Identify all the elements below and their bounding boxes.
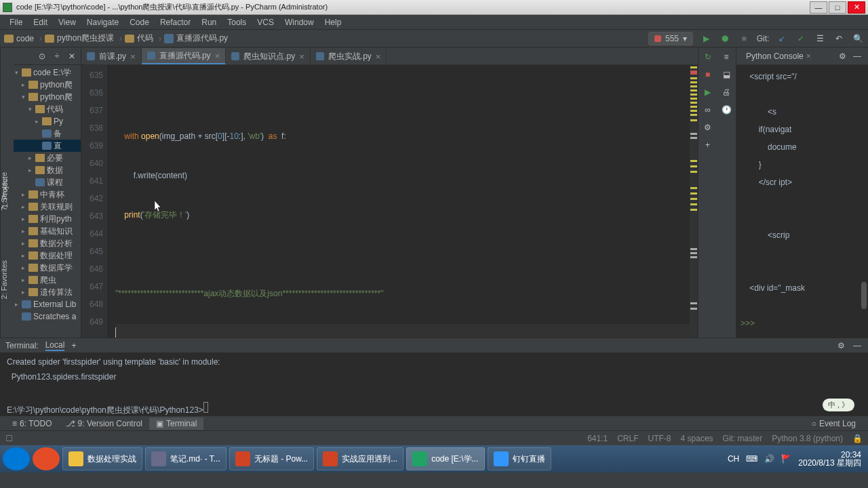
editor-tab[interactable]: 爬虫实战.py× — [311, 48, 387, 64]
git-branch[interactable]: Git: master — [723, 434, 763, 443]
status-icon[interactable]: ☐ — [5, 434, 13, 443]
tree-row[interactable]: ▸关联规则 — [14, 201, 81, 213]
event-log-tool-tab[interactable]: ○Event Log — [805, 418, 863, 430]
search-button[interactable]: 🔍 — [852, 33, 864, 45]
taskbar-item[interactable] — [33, 447, 60, 470]
tree-row[interactable]: ▸基础知识 — [14, 225, 81, 237]
tree-select-icon[interactable]: ⊙ — [37, 52, 47, 61]
add-terminal-button[interactable]: + — [71, 341, 76, 350]
hide-icon[interactable]: — — [852, 51, 863, 62]
tree-row[interactable]: ▾python爬 — [14, 91, 81, 103]
caret-position[interactable]: 641:1 — [587, 434, 608, 443]
editor-tab[interactable]: 直播源代码.py× — [142, 48, 226, 64]
link-icon[interactable]: ∞ — [703, 104, 713, 115]
minimize-button[interactable]: — — [810, 1, 827, 14]
tree-row[interactable]: ▸数据处理 — [14, 249, 81, 262]
resume-icon[interactable]: ▶ — [703, 87, 713, 98]
ime-indicator[interactable]: CH — [728, 454, 739, 464]
indent[interactable]: 4 spaces — [681, 434, 713, 443]
close-button[interactable]: ✕ — [848, 1, 865, 14]
breadcrumb-item[interactable]: python爬虫授课 — [45, 33, 114, 44]
menu-code[interactable]: Code — [124, 16, 155, 28]
todo-tool-tab[interactable]: ≡6: TODO — [5, 418, 59, 430]
taskbar-item[interactable] — [3, 447, 30, 470]
menu-help[interactable]: Help — [319, 16, 347, 28]
clock[interactable]: 20:34 2020/8/13 星期四 — [798, 451, 861, 467]
menu-view[interactable]: View — [53, 16, 81, 28]
system-tray[interactable]: CH ⌨ 🔊 🚩 20:34 2020/8/13 星期四 — [728, 451, 865, 467]
terminal-session-tab[interactable]: Local — [45, 340, 65, 351]
vcs-tool-tab[interactable]: ⎇9: Version Control — [59, 418, 149, 430]
terminal-body[interactable]: Created spider 'firstspider' using templ… — [0, 353, 868, 415]
add-icon[interactable]: + — [703, 140, 713, 150]
menu-vcs[interactable]: VCS — [252, 16, 279, 28]
tree-row[interactable]: ▾code E:\学 — [14, 66, 81, 79]
wrap-icon[interactable]: ≡ — [721, 52, 732, 62]
python-interpreter[interactable]: Python 3.8 (python) — [772, 434, 843, 443]
editor-error-stripe[interactable] — [690, 65, 698, 338]
scroll-icon[interactable]: ⬓ — [721, 69, 732, 80]
tree-row[interactable]: ▸Py — [14, 115, 81, 127]
close-icon[interactable]: × — [299, 52, 304, 62]
menu-window[interactable]: Window — [279, 16, 319, 28]
breadcrumb-item[interactable]: 直播源代码.py — [164, 33, 228, 44]
tree-collapse-icon[interactable]: ✕ — [67, 52, 77, 61]
menu-file[interactable]: File — [4, 16, 28, 28]
tree-row[interactable]: ▸python爬 — [14, 79, 81, 91]
tree-row[interactable]: ▸中青杯 — [14, 188, 81, 201]
project-tree[interactable]: ▾code E:\学▸python爬▾python爬▾代码▸Py备直▸必要▸数据… — [14, 65, 81, 324]
debug-button[interactable]: ⬢ — [719, 33, 731, 45]
gear-icon[interactable]: ⚙ — [837, 51, 848, 62]
tree-row[interactable]: ▸数据分析 — [14, 237, 81, 249]
terminal-tool-tab[interactable]: ▣Terminal — [149, 418, 203, 430]
close-icon[interactable]: × — [130, 52, 136, 62]
rerun-icon[interactable]: ↻ — [703, 52, 713, 62]
keyboard-icon[interactable]: ⌨ — [746, 454, 757, 464]
tree-row[interactable]: ▸遗传算法 — [14, 286, 81, 298]
stop-icon[interactable]: ■ — [703, 69, 713, 80]
menu-refactor[interactable]: Refactor — [155, 16, 196, 28]
vcs-history-button[interactable]: ☰ — [814, 33, 826, 45]
flag-icon[interactable]: 🚩 — [781, 454, 791, 464]
tree-row[interactable]: ▸数据库学 — [14, 262, 81, 274]
run-button[interactable]: ▶ — [700, 33, 712, 45]
tree-row[interactable]: Scratches a — [14, 310, 81, 323]
vcs-commit-button[interactable]: ✓ — [795, 33, 807, 45]
tree-row[interactable]: ▾代码 — [14, 103, 81, 115]
favorites-tool-tab[interactable]: 2: Favorites — [0, 258, 14, 302]
menu-run[interactable]: Run — [196, 16, 222, 28]
tree-row[interactable]: ▸External Lib — [14, 298, 81, 310]
taskbar-item[interactable]: code [E:\学... — [406, 447, 484, 470]
lock-icon[interactable]: 🔒 — [852, 434, 863, 443]
encoding[interactable]: UTF-8 — [648, 434, 671, 443]
taskbar-item[interactable]: 数据处理实战 — [62, 447, 142, 470]
tree-row[interactable]: ▸必要 — [14, 152, 81, 164]
close-icon[interactable]: × — [376, 52, 381, 62]
settings-icon[interactable]: ⚙ — [703, 122, 713, 133]
menu-tools[interactable]: Tools — [222, 16, 252, 28]
run-config-select[interactable]: 555 ▾ — [648, 32, 693, 45]
tree-expand-icon[interactable]: ÷ — [52, 52, 62, 61]
editor-tab[interactable]: 前课.py× — [81, 48, 142, 64]
console-tab[interactable]: Python Console× — [742, 50, 815, 62]
tree-row[interactable]: 直 — [14, 140, 81, 152]
structure-tool-tab[interactable]: 7: Structure — [0, 169, 14, 214]
close-icon[interactable]: × — [215, 51, 220, 61]
code-editor[interactable]: with open(img_path + src[0][-10:], 'wb')… — [107, 65, 698, 338]
taskbar-item[interactable]: 笔记.md· - T... — [145, 447, 226, 470]
gear-icon[interactable]: ⚙ — [835, 340, 846, 351]
print-icon[interactable]: 🖨 — [721, 87, 732, 98]
tree-row[interactable]: ▸数据 — [14, 164, 81, 176]
line-separator[interactable]: CRLF — [617, 434, 638, 443]
tree-row[interactable]: ▸爬虫 — [14, 274, 81, 286]
vcs-revert-button[interactable]: ↶ — [833, 33, 845, 45]
tree-row[interactable]: 课程 — [14, 176, 81, 188]
menu-navigate[interactable]: Navigate — [81, 16, 124, 28]
scrollbar-thumb[interactable] — [861, 282, 867, 309]
hide-icon[interactable]: — — [852, 340, 863, 351]
tree-row[interactable]: 备 — [14, 127, 81, 140]
editor-tab[interactable]: 爬虫知识点.py× — [226, 48, 311, 64]
breadcrumb-item[interactable]: code — [4, 34, 34, 43]
volume-icon[interactable]: 🔊 — [764, 454, 774, 464]
taskbar-item[interactable]: 钉钉直播 — [488, 447, 551, 470]
